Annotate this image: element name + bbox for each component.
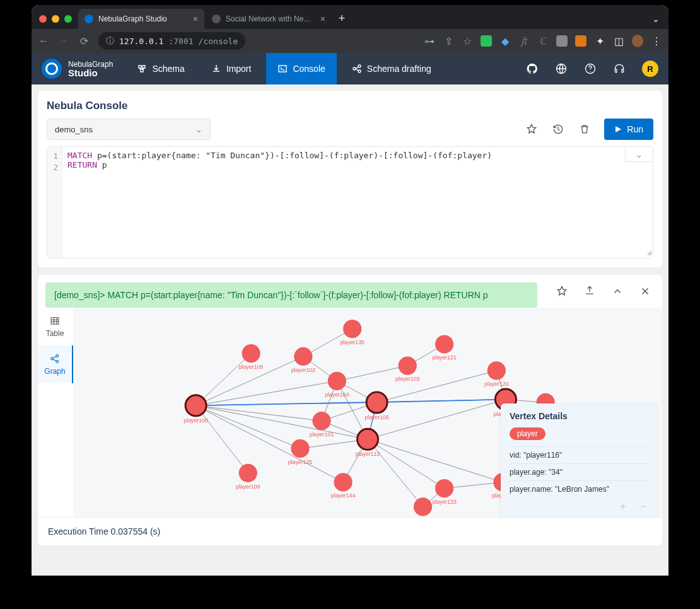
favorite-result-icon[interactable] [555,284,569,298]
nav-import[interactable]: Import [200,53,263,84]
url-path: /console [199,37,238,46]
result-card: [demo_sns]> MATCH p=(start:player{name: … [38,275,662,545]
svg-point-52 [399,356,417,374]
console-title: Nebula Console [47,100,653,112]
svg-text:player121: player121 [432,354,457,361]
reload-button[interactable]: ⟳ [78,35,90,47]
app-logo[interactable]: NebulaGraph Studio [42,59,113,79]
github-icon[interactable] [526,62,539,75]
svg-point-54 [435,335,453,353]
chevron-down-icon[interactable]: ⌄ [652,14,668,29]
executed-query-banner: [demo_sns]> MATCH p=(start:player{name: … [45,282,537,308]
svg-point-70 [334,473,352,491]
svg-text:player101: player101 [310,431,334,438]
close-result-icon[interactable] [638,284,652,298]
collapse-result-icon[interactable] [610,284,624,298]
url-host: 127.0.0.1 [119,37,163,46]
collapse-editor-button[interactable]: ⌄ [625,147,653,162]
window-minimize[interactable] [52,15,59,23]
headset-icon[interactable] [613,62,626,75]
zoom-in-icon[interactable]: ＋ [618,500,628,513]
favorite-icon[interactable] [525,122,539,136]
nav-schema[interactable]: Schema [125,53,195,84]
chevron-down-icon: ⌄ [195,125,202,134]
svg-point-56 [366,392,387,413]
url-field[interactable]: ⓘ 127.0.0.1:7001/console [98,32,245,50]
svg-point-48 [343,320,361,338]
svg-point-76 [414,497,432,516]
tab-table[interactable]: Table [38,308,73,345]
brand-bottom: Studio [68,68,113,78]
ext-square-icon[interactable] [556,35,568,47]
run-button[interactable]: Run [604,119,653,140]
nav-console[interactable]: Console [266,53,336,84]
user-avatar[interactable]: R [642,61,658,77]
back-button[interactable]: ← [38,35,49,47]
graph-node[interactable]: player100 [184,395,208,424]
svg-text:player120: player120 [484,381,509,387]
vertex-row: player.age: "34" [510,463,648,480]
delete-icon[interactable] [578,122,592,136]
ext-evernote-icon[interactable] [481,35,492,47]
execution-time: Execution Time 0.037554 (s) [38,517,662,545]
menu-icon[interactable]: ⋮ [651,35,662,47]
play-icon [614,125,622,133]
graph-node[interactable]: player120 [484,361,509,387]
svg-line-12 [196,381,337,405]
close-icon[interactable]: × [193,14,198,24]
graph-node[interactable]: player135 [340,320,365,345]
window-close[interactable] [39,15,47,23]
svg-line-35 [368,439,503,482]
svg-line-32 [368,439,445,489]
space-value: demo_sns [55,125,93,134]
vertex-row: player.name: "LeBron James" [510,480,648,497]
ext-script-icon[interactable]: ʃτ [518,35,530,47]
ext-c-icon[interactable]: ℂ [537,35,549,47]
svg-text:player103: player103 [395,376,420,382]
star-icon[interactable]: ☆ [462,35,473,47]
query-editor[interactable]: 1 2 MATCH p=(start:player{name: "Tim Dun… [47,146,653,258]
globe-icon[interactable] [555,62,568,75]
zoom-out-icon[interactable]: － [638,500,648,513]
svg-point-44 [242,344,260,362]
graph-node[interactable]: player125 [288,439,313,465]
graph-node[interactable]: player121 [432,335,457,361]
space-select[interactable]: demo_sns ⌄ [47,119,211,140]
share-icon[interactable]: ⇪ [443,35,454,47]
graph-canvas[interactable]: player100player108player102player135play… [73,308,662,517]
graph-node[interactable]: player113 [356,429,380,457]
tab-graph[interactable]: Graph [38,345,73,383]
forward-button[interactable]: → [58,35,69,47]
close-icon[interactable]: × [320,14,325,24]
svg-text:player133: player133 [432,499,457,505]
nav-drafting[interactable]: Schema drafting [341,53,443,84]
graph-node[interactable]: player144 [331,473,356,499]
vertex-row: vid: "player116" [510,446,648,463]
browser-tab-active[interactable]: NebulaGraph Studio × [78,9,204,29]
graph-node[interactable]: player105 [365,392,389,420]
history-icon[interactable] [551,122,565,136]
sidepanel-icon[interactable]: ◫ [613,35,624,47]
graph-node[interactable]: player145 [411,497,435,517]
resize-handle-icon[interactable]: ◢ [647,248,651,257]
help-icon[interactable] [584,62,597,75]
graph-node[interactable]: player108 [239,344,264,370]
graph-node[interactable]: player104 [325,372,349,398]
extensions-icon[interactable]: ✦ [594,35,605,47]
ext-gem-icon[interactable]: ◆ [499,35,511,47]
console-icon [277,64,288,74]
browser-tab-inactive[interactable]: Social Network with NebulaGra… × [206,9,332,29]
svg-text:player109: player109 [236,484,260,490]
console-card: Nebula Console demo_sns ⌄ [38,91,662,267]
vertex-details-panel: Vertex Details player vid: "player116" p… [501,403,657,517]
key-icon[interactable]: ⊶ [424,35,435,47]
svg-text:player144: player144 [331,492,356,499]
graph-node[interactable]: player109 [236,464,260,490]
svg-point-2 [358,65,361,67]
export-icon[interactable] [583,284,597,298]
window-maximize[interactable] [64,15,72,23]
profile-avatar[interactable] [632,35,643,47]
new-tab-button[interactable]: + [333,12,351,29]
drafting-icon [352,64,362,74]
ext-fox-icon[interactable] [575,35,586,47]
